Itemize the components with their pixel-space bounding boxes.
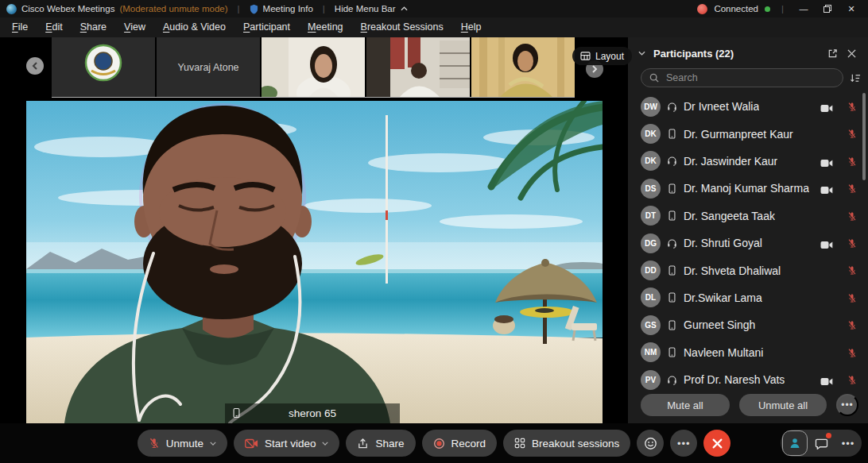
start-video-button[interactable]: Start video [234, 430, 340, 457]
participant-row[interactable]: DKDr. Gurmanpreet Kaur [628, 120, 868, 147]
participant-list: DWDr Ivneet WaliaDKDr. Gurmanpreet KaurD… [628, 93, 868, 392]
mic-muted-icon[interactable] [847, 210, 857, 225]
mic-muted-icon[interactable] [847, 347, 857, 361]
participant-row[interactable]: DWDr Ivneet Walia [628, 93, 868, 120]
menu-audio-video[interactable]: Audio & Video [154, 17, 234, 37]
camera-on-icon[interactable] [820, 156, 833, 171]
moderated-mode-label: (Moderated unmute mode) [119, 4, 227, 14]
reactions-button[interactable] [637, 430, 664, 457]
avatar: DD [641, 260, 661, 280]
participant-row[interactable]: NMNavleen Multani [628, 339, 868, 366]
phone-icon [665, 347, 678, 357]
phone-icon [665, 129, 678, 139]
more-panels-toggle[interactable]: ••• [835, 430, 862, 457]
unmute-all-button[interactable]: Unmute all [739, 394, 827, 416]
participant-row[interactable]: PVProf Dr. Naresh Vats [628, 366, 868, 392]
phone-icon [665, 210, 678, 221]
record-button[interactable]: Record [422, 430, 498, 457]
filmstrip-thumbnail-video-2[interactable] [366, 37, 470, 97]
divider: | [323, 4, 325, 14]
menu-view[interactable]: View [115, 17, 154, 37]
chevron-down-icon[interactable] [634, 46, 649, 60]
participant-row[interactable]: DDDr. Shveta Dhaliwal [628, 257, 868, 284]
headset-icon [665, 238, 678, 249]
unmute-label: Unmute [166, 438, 203, 449]
breakout-grid-icon [514, 438, 525, 449]
leave-meeting-button[interactable] [703, 430, 730, 457]
menu-help[interactable]: Help [452, 17, 490, 37]
chevron-up-icon[interactable] [401, 6, 408, 11]
participant-row[interactable]: DGDr. Shruti Goyal [628, 230, 868, 257]
mic-muted-icon[interactable] [847, 292, 857, 307]
pop-out-icon[interactable] [825, 46, 839, 60]
avatar: GS [641, 315, 661, 335]
camera-on-icon[interactable] [820, 183, 833, 198]
menu-meeting[interactable]: Meeting [299, 17, 351, 37]
mic-muted-icon[interactable] [847, 319, 857, 334]
more-options-button[interactable]: ••• [670, 430, 697, 457]
camera-on-icon[interactable] [820, 102, 833, 116]
layout-button-label: Layout [595, 51, 624, 62]
search-input[interactable] [665, 71, 835, 84]
close-panel-icon[interactable] [844, 46, 858, 60]
layout-grid-icon [580, 52, 591, 60]
menu-edit[interactable]: Edit [37, 17, 72, 37]
start-video-label: Start video [265, 438, 316, 449]
mic-muted-icon[interactable] [847, 264, 857, 279]
share-button[interactable]: Share [346, 430, 415, 457]
menu-file[interactable]: File [3, 17, 37, 37]
restore-button[interactable] [819, 0, 836, 17]
participant-row[interactable]: DLDr.Swikar Lama [628, 284, 868, 311]
search-box[interactable] [641, 68, 843, 87]
participant-row[interactable]: DTDr. Sangeeta Taak [628, 203, 868, 230]
chevron-down-icon[interactable] [322, 442, 328, 446]
menu-share[interactable]: Share [72, 17, 115, 37]
avatar: DG [641, 233, 661, 253]
camera-on-icon[interactable] [820, 375, 833, 389]
mute-all-button[interactable]: Mute all [641, 394, 730, 416]
mic-muted-icon[interactable] [847, 156, 857, 170]
chevron-down-icon[interactable] [210, 442, 216, 446]
participant-name: Dr Ivneet Walia [684, 100, 759, 113]
unmute-button[interactable]: Unmute [138, 430, 227, 457]
breakout-sessions-button[interactable]: Breakout sessions [503, 430, 630, 457]
smiley-icon [644, 437, 657, 450]
participants-panel-toggle[interactable] [781, 430, 808, 457]
mic-muted-icon[interactable] [847, 101, 857, 115]
mic-muted-icon[interactable] [847, 128, 857, 142]
participant-row[interactable]: DKDr. Jaswinder Kaur [628, 148, 868, 175]
menu-bar: FileEditShareViewAudio & VideoParticipan… [0, 17, 868, 37]
participant-name: Prof Dr. Naresh Vats [684, 373, 785, 386]
chat-panel-toggle[interactable] [808, 430, 835, 457]
mic-muted-icon[interactable] [847, 374, 857, 388]
layout-button[interactable]: Layout [572, 47, 632, 65]
filmstrip-prev-button[interactable] [26, 57, 44, 75]
menu-breakout-sessions[interactable]: Breakout Sessions [352, 17, 452, 37]
filmstrip-thumbnail-video-3[interactable] [471, 37, 575, 97]
avatar: DS [641, 179, 661, 199]
participant-name: Dr. Sangeeta Taak [684, 210, 775, 222]
filmstrip-thumbnail-logo[interactable] [52, 37, 155, 97]
participant-row[interactable]: DSDr. Manoj Kumar Sharma [628, 175, 868, 202]
minimize-button[interactable]: — [795, 0, 812, 17]
hide-menu-bar-button[interactable]: Hide Menu Bar [335, 4, 396, 14]
more-actions-button[interactable]: ••• [836, 394, 858, 416]
main-video-tile[interactable]: sheron 65 [26, 101, 603, 423]
sort-icon[interactable] [850, 73, 862, 83]
active-panel-outline [782, 430, 808, 456]
mic-muted-icon[interactable] [847, 237, 857, 252]
filmstrip-thumbnail-name[interactable]: Yuvaraj Atone [157, 37, 260, 97]
close-window-button[interactable]: ✕ [843, 0, 860, 17]
meeting-info-button[interactable]: Meeting Info [263, 4, 313, 14]
avatar: DL [641, 287, 661, 307]
menu-participant[interactable]: Participant [234, 17, 299, 37]
camera-on-icon[interactable] [820, 238, 833, 253]
webex-window: Cisco Webex Meetings (Moderated unmute m… [0, 0, 868, 463]
mic-muted-icon[interactable] [847, 183, 857, 197]
beach-scene [26, 101, 603, 423]
phone-icon [665, 320, 678, 330]
connection-status: Connected [714, 4, 758, 14]
participant-row[interactable]: GSGurneet Singh [628, 311, 868, 338]
filmstrip-thumbnail-video-1[interactable] [262, 37, 365, 97]
scrollbar-thumb[interactable] [862, 93, 866, 180]
